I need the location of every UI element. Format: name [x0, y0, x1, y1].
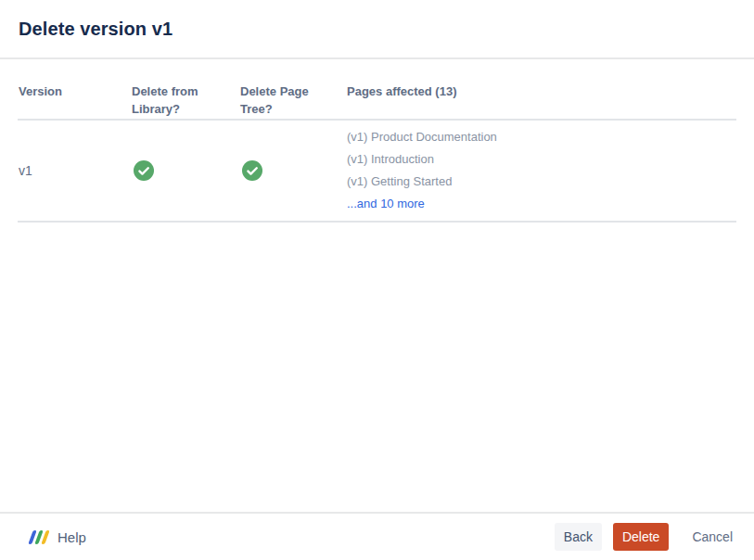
dialog-header: Delete version v1: [0, 0, 754, 57]
dialog-title: Delete version v1: [0, 0, 754, 57]
delete-page-tree-cell: [240, 160, 347, 181]
check-circle-icon: [242, 160, 262, 181]
k15t-slashes-logo-icon: [28, 530, 49, 544]
column-header-delete-page-tree: Delete Page Tree?: [240, 83, 347, 119]
table-row: v1 (v1) Product Docume: [18, 121, 736, 223]
version-cell: v1: [18, 163, 132, 178]
affected-page: (v1) Getting Started: [347, 171, 736, 193]
dialog-footer: Help Back Delete Cancel: [0, 512, 754, 560]
pages-affected-cell: (v1) Product Documentation (v1) Introduc…: [347, 126, 736, 215]
and-more-link[interactable]: ...and 10 more: [347, 193, 425, 215]
column-header-version: Version: [18, 83, 132, 119]
check-circle-icon: [134, 160, 154, 181]
delete-button[interactable]: Delete: [613, 523, 669, 551]
table-header-row: Version Delete from Library? Delete Page…: [18, 59, 736, 121]
column-header-pages-affected: Pages affected (13): [347, 83, 736, 119]
help-link[interactable]: Help: [31, 529, 86, 545]
back-button[interactable]: Back: [555, 523, 602, 551]
footer-buttons: Back Delete Cancel: [555, 523, 735, 551]
column-header-delete-from-library: Delete from Library?: [132, 83, 240, 119]
delete-version-dialog: Delete version v1 Version Delete from Li…: [0, 0, 754, 223]
help-label: Help: [58, 529, 86, 545]
affected-page: (v1) Product Documentation: [347, 126, 736, 148]
versions-table: Version Delete from Library? Delete Page…: [18, 59, 736, 223]
delete-from-library-cell: [132, 160, 240, 181]
affected-page: (v1) Introduction: [347, 148, 736, 171]
cancel-link[interactable]: Cancel: [689, 529, 735, 544]
